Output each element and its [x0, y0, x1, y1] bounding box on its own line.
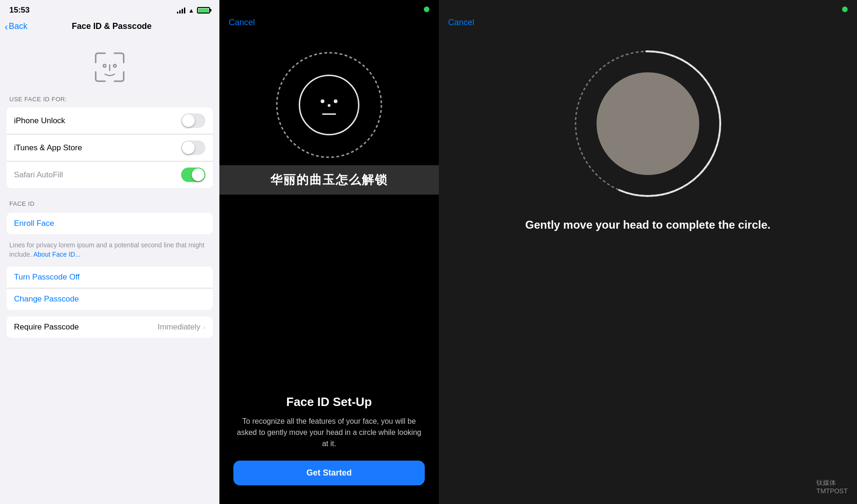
itunes-app-store-row[interactable]: iTunes & App Store: [7, 134, 213, 161]
get-started-button[interactable]: Get Started: [233, 461, 425, 485]
require-passcode-label: Require Passcode: [14, 322, 158, 332]
iphone-unlock-row[interactable]: iPhone Unlock: [7, 107, 213, 134]
chevron-left-icon: ‹: [5, 22, 8, 31]
face-scan-ring: [273, 49, 385, 161]
face-outline: [299, 75, 359, 135]
setup-bottom: Face ID Set-Up To recognize all the feat…: [219, 385, 439, 504]
safari-autofill-label: Safari AutoFill: [14, 170, 181, 180]
change-passcode-row[interactable]: Change Passcode: [7, 288, 213, 310]
status-icons: ▲: [177, 7, 210, 14]
itunes-toggle[interactable]: [181, 140, 205, 155]
face-id-enroll-group: Enroll Face: [7, 213, 213, 234]
turn-passcode-off-row[interactable]: Turn Passcode Off: [7, 266, 213, 288]
watermark-bottom-right: 钛媒体 TMTPOST: [816, 479, 848, 495]
mouth-icon: [322, 113, 336, 115]
dark-status-bar: [219, 0, 439, 15]
battery-icon: [197, 7, 210, 14]
right-eye-icon: [334, 99, 337, 103]
status-time: 15:53: [9, 6, 29, 15]
status-bar: 15:53 ▲: [0, 0, 219, 18]
enroll-face-row[interactable]: Enroll Face: [7, 213, 213, 234]
watermark-overlay: 华丽的曲玉怎么解锁: [219, 165, 439, 195]
svg-point-1: [113, 64, 116, 67]
face-id-setup-panel: Cancel 华丽的曲玉怎么解锁: [219, 0, 439, 504]
face-id-icon-area: [0, 37, 219, 93]
iphone-unlock-toggle[interactable]: [181, 113, 205, 128]
face-scan-area: 华丽的曲玉怎么解锁: [219, 30, 439, 385]
watermark-text: 华丽的曲玉怎么解锁: [270, 173, 388, 187]
passcode-group: Turn Passcode Off Change Passcode: [7, 266, 213, 310]
setup-nav: Cancel: [219, 15, 439, 30]
toggle-knob: [182, 141, 195, 154]
setup-title: Face ID Set-Up: [233, 395, 425, 409]
change-passcode-label: Change Passcode: [14, 294, 79, 303]
face-scan-panel: Cancel Gently move your head to complete…: [439, 0, 857, 504]
scan-ring-container: [573, 49, 723, 198]
green-dot-icon: [424, 7, 429, 12]
face-id-svg: [93, 51, 126, 84]
back-button[interactable]: ‹ Back: [5, 21, 28, 31]
setup-cancel-button[interactable]: Cancel: [229, 18, 255, 28]
safari-autofill-toggle[interactable]: [181, 168, 205, 182]
face-id-toggles-group: iPhone Unlock iTunes & App Store Safari …: [7, 107, 213, 188]
about-face-id-link[interactable]: About Face ID...: [33, 251, 80, 258]
use-face-id-header: USE FACE ID FOR:: [0, 93, 219, 105]
settings-panel: 15:53 ▲ ‹ Back Face ID & Passcode: [0, 0, 219, 504]
chevron-right-icon: ›: [203, 323, 205, 331]
nav-header: ‹ Back Face ID & Passcode: [0, 18, 219, 37]
svg-point-0: [103, 64, 106, 67]
left-eye-icon: [321, 99, 324, 103]
itunes-app-store-label: iTunes & App Store: [14, 143, 181, 153]
back-label: Back: [9, 21, 28, 31]
require-passcode-value: Immediately: [158, 322, 201, 332]
iphone-unlock-label: iPhone Unlock: [14, 116, 181, 126]
require-passcode-row[interactable]: Require Passcode Immediately ›: [7, 316, 213, 338]
face-silhouette: [597, 72, 699, 175]
page-title: Face ID & Passcode: [28, 21, 196, 31]
face-id-section-header: FACE ID: [0, 191, 219, 210]
wifi-icon: ▲: [188, 7, 194, 14]
safari-autofill-row[interactable]: Safari AutoFill: [7, 161, 213, 188]
scan-area: Gently move your head to complete the ci…: [439, 30, 857, 504]
scan-cancel-button[interactable]: Cancel: [448, 18, 474, 28]
signal-icon: [177, 7, 185, 14]
scan-nav: Cancel: [439, 15, 857, 30]
enroll-face-label: Enroll Face: [14, 219, 54, 228]
scan-green-dot-icon: [842, 7, 848, 12]
face-eyes: [321, 99, 337, 103]
privacy-text: Lines for privacy lorem ipsum and a pote…: [0, 237, 219, 261]
toggle-knob: [182, 114, 195, 127]
nose-icon: [328, 104, 330, 107]
scan-status-bar: [439, 0, 857, 15]
turn-passcode-off-label: Turn Passcode Off: [14, 273, 80, 281]
scan-instruction: Gently move your head to complete the ci…: [506, 217, 789, 233]
toggle-knob: [192, 168, 204, 181]
setup-description: To recognize all the features of your fa…: [233, 416, 425, 449]
face-id-icon: [93, 51, 126, 84]
